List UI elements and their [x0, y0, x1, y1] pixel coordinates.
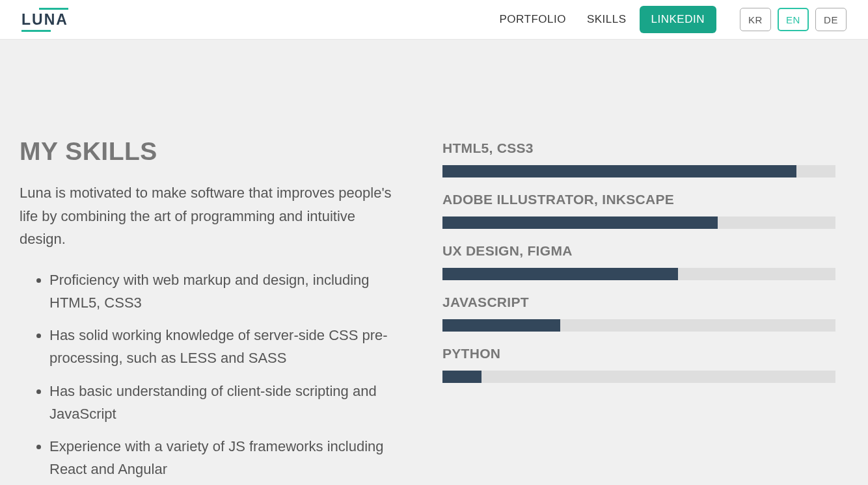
skill-bar-fill — [442, 371, 481, 383]
skill-label: HTML5, CSS3 — [442, 140, 835, 156]
skill-row: JAVASCRIPT — [442, 295, 835, 332]
skill-bar-fill — [442, 319, 560, 332]
skill-bar-fill — [442, 165, 796, 177]
header: LUNA PORTFOLIO SKILLS LINKEDIN KR EN DE — [0, 0, 868, 40]
skills-bullet: Proficiency with web markup and design, … — [49, 269, 403, 315]
lang-kr-button[interactable]: KR — [740, 8, 771, 31]
skill-bar-track — [442, 165, 835, 177]
skill-bar-fill — [442, 268, 678, 280]
skill-bar-track — [442, 216, 835, 229]
skill-label: JAVASCRIPT — [442, 295, 835, 310]
skills-bars-column: HTML5, CSS3 ADOBE ILLUSTRATOR, INKSCAPE … — [442, 137, 835, 485]
section-intro: Luna is motivated to make software that … — [20, 181, 403, 251]
skill-label: UX DESIGN, FIGMA — [442, 243, 835, 259]
nav-portfolio[interactable]: PORTFOLIO — [489, 7, 576, 33]
skills-section: MY SKILLS Luna is motivated to make soft… — [0, 40, 868, 485]
skill-bar-track — [442, 371, 835, 383]
nav-linkedin[interactable]: LINKEDIN — [640, 6, 716, 33]
skill-bar-track — [442, 268, 835, 280]
skill-row: ADOBE ILLUSTRATOR, INKSCAPE — [442, 192, 835, 229]
lang-de-button[interactable]: DE — [815, 8, 847, 31]
language-switcher: KR EN DE — [740, 8, 847, 31]
logo[interactable]: LUNA — [21, 9, 68, 31]
section-title: MY SKILLS — [20, 137, 403, 166]
skills-bullet: Experience with a variety of JS framewor… — [49, 436, 403, 481]
skill-bar-fill — [442, 216, 718, 229]
skills-bullet: Has solid working knowledge of server-si… — [49, 324, 403, 370]
skill-row: UX DESIGN, FIGMA — [442, 243, 835, 280]
skill-row: PYTHON — [442, 346, 835, 383]
skills-text-column: MY SKILLS Luna is motivated to make soft… — [20, 137, 403, 485]
lang-en-button[interactable]: EN — [778, 8, 809, 31]
skills-bullet: Has basic understanding of client-side s… — [49, 380, 403, 426]
skill-label: ADOBE ILLUSTRATOR, INKSCAPE — [442, 192, 835, 207]
skill-label: PYTHON — [442, 346, 835, 361]
nav-skills[interactable]: SKILLS — [576, 7, 637, 33]
primary-nav: PORTFOLIO SKILLS LINKEDIN KR EN DE — [489, 6, 847, 33]
skills-bullet-list: Proficiency with web markup and design, … — [20, 269, 403, 481]
skill-bar-track — [442, 319, 835, 332]
logo-text: LUNA — [21, 9, 68, 31]
skill-row: HTML5, CSS3 — [442, 140, 835, 177]
